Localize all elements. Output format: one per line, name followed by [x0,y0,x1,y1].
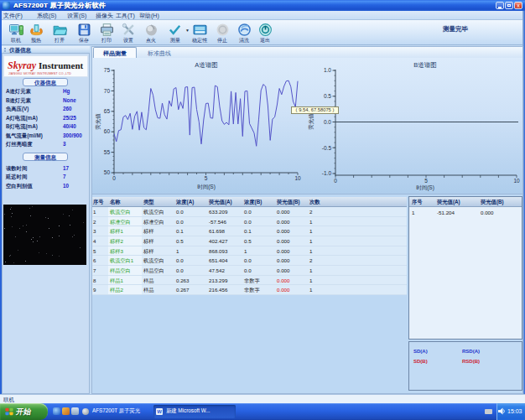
svg-text:B道谱图: B道谱图 [413,61,437,69]
svg-text:50: 50 [104,169,111,175]
svg-text:65: 65 [104,108,111,114]
svg-text:1.0: 1.0 [324,67,331,73]
svg-text:时间(S): 时间(S) [416,184,434,191]
svg-text:60: 60 [104,128,111,134]
svg-text:70: 70 [104,88,111,94]
svg-text:荧光值: 荧光值 [95,113,101,130]
svg-text:55: 55 [104,149,111,155]
svg-text:5: 5 [424,178,428,184]
svg-text:75: 75 [104,67,111,73]
svg-text:5: 5 [205,175,208,181]
svg-text:-1.0: -1.0 [322,170,332,176]
svg-text:0.5: 0.5 [324,93,331,99]
svg-text:时间(S): 时间(S) [197,184,216,190]
svg-text:0: 0 [112,175,116,181]
svg-text:10: 10 [513,178,520,184]
svg-text:A道谱图: A道谱图 [195,61,218,69]
svg-text:0.0: 0.0 [324,119,331,125]
svg-text:10: 10 [294,175,301,181]
svg-text:0: 0 [334,178,337,184]
svg-text:-0.5: -0.5 [322,145,332,151]
svg-text:荧光值: 荧光值 [308,113,314,130]
